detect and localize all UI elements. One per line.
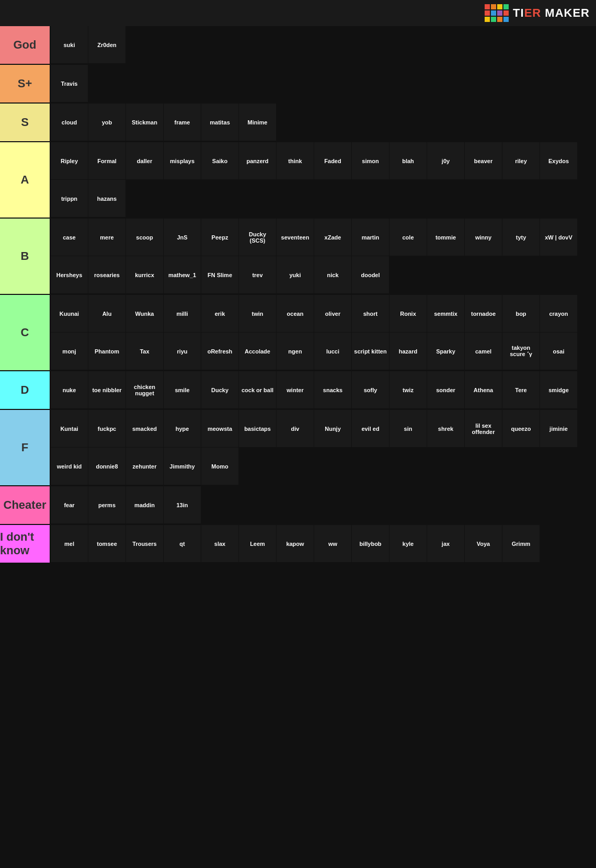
tier-item: FN Slime bbox=[201, 256, 239, 294]
tier-item: crayon bbox=[540, 295, 578, 333]
tier-item: Ripley bbox=[51, 142, 88, 180]
tier-spacer bbox=[201, 486, 596, 524]
tier-item: basictaps bbox=[239, 410, 277, 448]
tier-items-a: RipleyFormaldallermisplaysSaikopanzerdth… bbox=[51, 142, 596, 218]
tier-item: oRefresh bbox=[201, 333, 239, 370]
tier-item: suki bbox=[51, 26, 88, 64]
tier-item: Peepz bbox=[201, 219, 239, 256]
tier-item: tomsee bbox=[88, 525, 126, 563]
tier-row-b: BcasemerescoopJnSPeepzDucky (SCS)sevente… bbox=[0, 219, 596, 295]
tier-item: sin bbox=[389, 410, 427, 448]
tier-spacer bbox=[126, 26, 596, 64]
tier-spacer bbox=[540, 525, 596, 563]
tier-label-f: F bbox=[0, 410, 51, 485]
tier-item: maddin bbox=[126, 486, 164, 524]
tier-item: tommie bbox=[427, 219, 465, 256]
tier-item: misplays bbox=[164, 142, 201, 180]
tier-item: chicken nugget bbox=[126, 371, 164, 409]
tier-label-cheater: Cheater bbox=[0, 486, 51, 524]
tier-item: donnie8 bbox=[88, 448, 126, 485]
tier-item: Leem bbox=[239, 525, 277, 563]
tier-item: scoop bbox=[126, 219, 164, 256]
tier-item: frame bbox=[164, 104, 201, 141]
tier-item: Stickman bbox=[126, 104, 164, 141]
tier-item: Grimm bbox=[502, 525, 540, 563]
tier-item: mel bbox=[51, 525, 88, 563]
tier-item: case bbox=[51, 219, 88, 256]
tier-item: JnS bbox=[164, 219, 201, 256]
tier-item: Zr0den bbox=[88, 26, 126, 64]
tier-item: Faded bbox=[314, 142, 352, 180]
tier-item: Minime bbox=[239, 104, 277, 141]
tier-item: Kuntai bbox=[51, 410, 88, 448]
tier-label-d: D bbox=[0, 371, 51, 409]
tier-items-s: cloudyobStickmanframematitasMinime bbox=[51, 104, 596, 141]
tier-item: seventeen bbox=[277, 219, 314, 256]
tier-item: evil ed bbox=[352, 410, 389, 448]
logo: TiER MAkER bbox=[485, 4, 590, 22]
tier-items-b: casemerescoopJnSPeepzDucky (SCS)seventee… bbox=[51, 219, 596, 294]
tier-item: lucci bbox=[314, 333, 352, 370]
tier-item: think bbox=[277, 142, 314, 180]
tier-item: Saiko bbox=[201, 142, 239, 180]
header: TiER MAkER bbox=[0, 0, 596, 26]
tier-item: Nunjy bbox=[314, 410, 352, 448]
tier-item: fear bbox=[51, 486, 88, 524]
tier-item: div bbox=[277, 410, 314, 448]
tier-spacer bbox=[277, 104, 596, 141]
tier-item: Trousers bbox=[126, 525, 164, 563]
tier-spacer bbox=[239, 448, 596, 485]
tier-item: 13in bbox=[164, 486, 201, 524]
tier-item: Ducky bbox=[201, 371, 239, 409]
tier-item: Momo bbox=[201, 448, 239, 485]
tier-item: Tere bbox=[502, 371, 540, 409]
tier-item: Travis bbox=[51, 65, 88, 102]
tier-item: cloud bbox=[51, 104, 88, 141]
tier-item: sofly bbox=[352, 371, 389, 409]
tier-item: Exydos bbox=[540, 142, 578, 180]
tier-item: erik bbox=[201, 295, 239, 333]
tier-item: monj bbox=[51, 333, 88, 370]
tier-spacer bbox=[389, 256, 596, 294]
tier-row-f: FKuntaifuckpcsmackedhypemeowstabasictaps… bbox=[0, 410, 596, 486]
tier-item: trippn bbox=[51, 180, 88, 218]
tier-item: nuke bbox=[51, 371, 88, 409]
tier-row-dontknow: I don't knowmeltomseeTrousersqtslaxLeemk… bbox=[0, 525, 596, 564]
tier-item: hazans bbox=[88, 180, 126, 218]
tier-item: blah bbox=[389, 142, 427, 180]
tier-item: Ronix bbox=[389, 295, 427, 333]
tier-item: slax bbox=[201, 525, 239, 563]
tier-item: tyty bbox=[502, 219, 540, 256]
tier-item: script kitten bbox=[352, 333, 389, 370]
tier-item: panzerd bbox=[239, 142, 277, 180]
tier-item: mathew_1 bbox=[164, 256, 201, 294]
tier-label-god: God bbox=[0, 26, 51, 64]
tier-row-god: GodsukiZr0den bbox=[0, 26, 596, 65]
tier-label-a: A bbox=[0, 142, 51, 218]
tier-label-b: B bbox=[0, 219, 51, 294]
tier-item: j0y bbox=[427, 142, 465, 180]
tier-item: jiminie bbox=[540, 410, 578, 448]
tier-item: kapow bbox=[277, 525, 314, 563]
tier-item: Sparky bbox=[427, 333, 465, 370]
tier-item: hype bbox=[164, 410, 201, 448]
tier-spacer bbox=[578, 371, 596, 409]
tier-item: milli bbox=[164, 295, 201, 333]
tier-item: takyon scure ʼγ bbox=[502, 333, 540, 370]
tier-row-d: Dnuketoe nibblerchicken nuggetsmileDucky… bbox=[0, 371, 596, 410]
tier-row-s: ScloudyobStickmanframematitasMinime bbox=[0, 104, 596, 142]
tier-item: cole bbox=[389, 219, 427, 256]
tier-item: short bbox=[352, 295, 389, 333]
tier-items-splus: Travis bbox=[51, 65, 596, 102]
tier-item: Formal bbox=[88, 142, 126, 180]
tier-item: hazard bbox=[389, 333, 427, 370]
tier-item: kurricx bbox=[126, 256, 164, 294]
tier-item: riyu bbox=[164, 333, 201, 370]
tier-item: winny bbox=[465, 219, 502, 256]
tier-item: sonder bbox=[427, 371, 465, 409]
tier-items-c: KuunaiAluWunkamillieriktwinoceanoliversh… bbox=[51, 295, 596, 370]
tier-item: xW | dovV bbox=[540, 219, 578, 256]
tier-item: zehunter bbox=[126, 448, 164, 485]
tier-items-dontknow: meltomseeTrousersqtslaxLeemkapowwwbillyb… bbox=[51, 525, 596, 563]
tier-item: qt bbox=[164, 525, 201, 563]
